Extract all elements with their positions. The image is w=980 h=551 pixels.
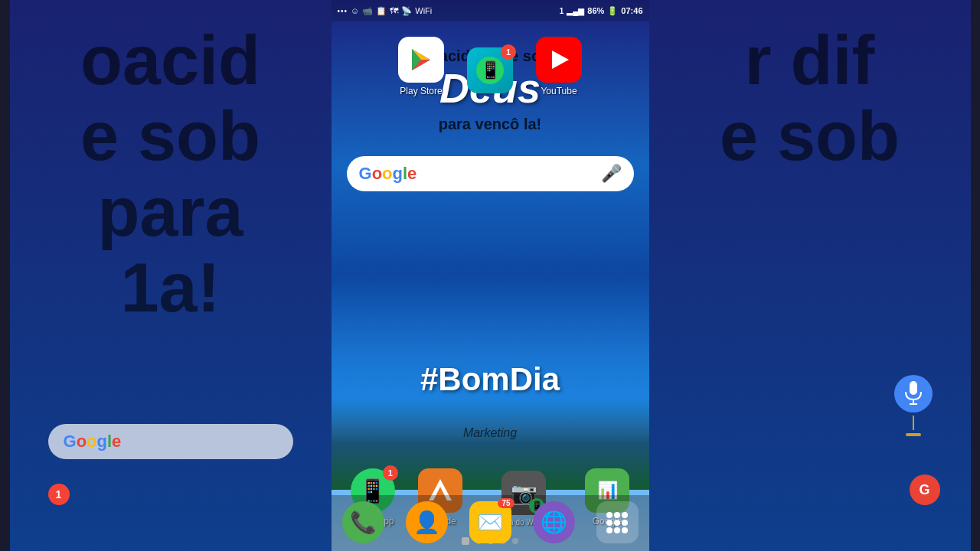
dock-browser[interactable]: 🌐 [533,501,575,543]
svg-rect-16 [913,399,914,403]
dock: 📞 👤 ✉️ 75 🌐 [332,495,649,551]
left-background-panel: oacide sobpara1a! Google 1 [10,0,332,551]
folder-icon[interactable]: 1 📱 [467,47,513,93]
cast-icon: 📡 [401,6,412,16]
dock-mail-icon[interactable]: ✉️ 75 [469,501,511,543]
svg-point-14 [622,527,628,533]
bom-dia-overlay: #BomDia [332,361,649,398]
marketing-text: Marketing [332,426,649,440]
phone-screen: pacidade de sob Deus para vencô la! ••• … [332,0,649,551]
google-search-bar[interactable]: Google 🎤 [347,156,634,191]
svg-point-10 [614,520,620,526]
svg-point-8 [622,512,628,518]
svg-point-11 [622,520,628,526]
video-icon: 📹 [362,6,373,16]
youtube-icon[interactable] [536,37,582,83]
left-badge: 1 [48,484,70,505]
top-apps-row: Play Store 1 📱 YouTube [332,29,649,104]
left-google-logo: Google [64,432,122,452]
left-google-search: Google [48,424,293,459]
status-right: 1 ▂▄▆ 86% 🔋 07:46 [560,6,643,16]
svg-point-9 [606,520,612,526]
right-background-panel: r dife sob G [649,0,971,551]
dock-mail[interactable]: ✉️ 75 [469,501,511,543]
folder-badge: 1 [501,44,516,60]
right-google-app: G [910,474,940,505]
svg-point-7 [614,512,620,518]
dock-app-drawer[interactable] [596,501,639,543]
dock-drawer-icon[interactable] [596,501,639,543]
playstore-icon[interactable] [398,37,444,83]
signal-icon: ▂▄▆ [567,7,584,15]
playstore-app[interactable]: Play Store [398,37,444,96]
battery-percent: 86% [587,6,604,15]
time: 07:46 [621,6,642,15]
wechat-icon: ☺ [351,6,359,15]
whatsapp-badge: 1 [383,465,398,481]
battery-icon: 🔋 [607,6,618,16]
dock-contacts[interactable]: 👤 [406,501,448,543]
dock-contacts-icon[interactable]: 👤 [406,501,448,543]
dock-browser-icon[interactable]: 🌐 [533,501,575,543]
youtube-label: YouTube [541,86,577,96]
wifi-icon: WiFi [415,6,432,15]
folder-app[interactable]: 1 📱 [467,47,513,96]
status-left: ••• ☺ 📹 📋 🗺 📡 WiFi [338,6,433,16]
svg-point-13 [614,527,620,533]
right-mic-icon [894,375,933,436]
dock-phone-icon[interactable]: 📞 [342,501,384,543]
right-bg-text: r dife sob [720,23,900,250]
dock-phone[interactable]: 📞 [342,501,384,543]
svg-rect-17 [910,403,917,405]
search-bar-container: Google 🎤 [332,150,649,197]
map-icon: 🗺 [390,6,398,15]
svg-rect-15 [910,381,917,395]
network-icon: 1 [560,7,564,15]
notification-dots-icon: ••• [338,7,348,15]
google-logo: Google [359,164,417,184]
status-bar: ••• ☺ 📹 📋 🗺 📡 WiFi 1 ▂▄▆ 86% 🔋 07:46 [332,0,649,21]
search-mic-icon[interactable]: 🎤 [601,164,622,184]
wallpaper-subtext2: para vencô la! [339,114,642,134]
youtube-app[interactable]: YouTube [536,37,582,96]
svg-point-6 [606,512,612,518]
search-bar-left: Google [359,164,417,184]
clipboard-icon: 📋 [376,6,387,16]
svg-point-12 [606,527,612,533]
left-bg-text: oacide sobpara1a! [80,23,260,326]
playstore-label: Play Store [400,86,442,96]
